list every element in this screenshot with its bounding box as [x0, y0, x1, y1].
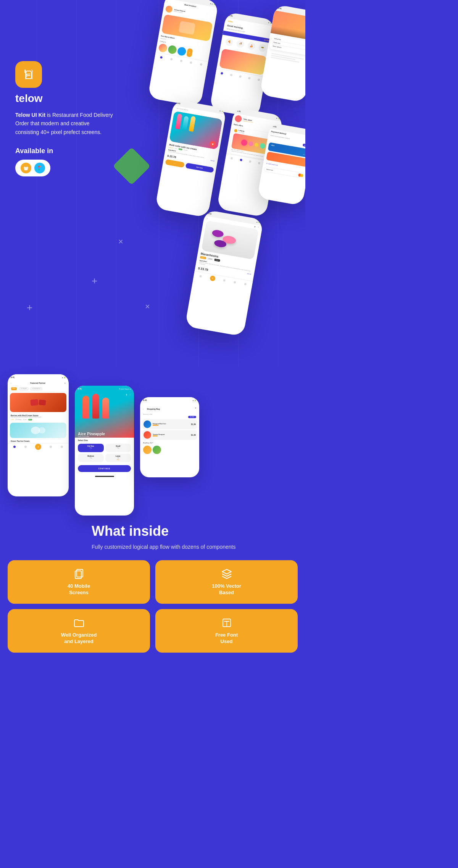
what-inside-section: 9:41▲ 🔋 ‹ Featured Partner ≡ FRUIT SOYBE… — [0, 367, 305, 683]
deco-plus-2: + — [27, 302, 32, 314]
tools-badge — [15, 160, 50, 176]
svg-rect-7 — [38, 166, 40, 167]
svg-rect-9 — [38, 167, 40, 169]
svg-point-4 — [26, 76, 27, 77]
brand-name: telow — [15, 92, 114, 105]
copy-icon — [73, 568, 85, 580]
svg-point-11 — [40, 167, 41, 169]
layers-icon — [221, 568, 233, 580]
screens-cluster: 9:41▲▲ 🔋 ‹Best Product⋯ Juliana Roberot … — [134, 0, 305, 367]
feature-card-font: Free FontUsed — [155, 609, 298, 653]
svg-point-3 — [26, 74, 27, 75]
organized-label: Well Organizedand Layered — [61, 632, 97, 645]
text-icon — [221, 617, 233, 629]
hero-section: telow Telow UI Kit is Restaurant Food De… — [0, 0, 305, 367]
figma-icon — [34, 163, 45, 173]
what-inside-layout: What inside Fully customized logical app… — [0, 516, 305, 560]
logo-icon — [15, 61, 42, 88]
phone-aice-pineapple: 9:41Product Vegan ▲ Aice Pineapple With … — [75, 386, 134, 516]
vector-based-label: 100% VectorBased — [212, 583, 241, 596]
feature-card-vector: 100% VectorBased — [155, 560, 298, 604]
font-label: Free FontUsed — [215, 632, 238, 645]
phone-featured-partner: 9:41▲ 🔋 ‹ Featured Partner ≡ FRUIT SOYBE… — [8, 374, 69, 496]
features-grid: 40 MobileScreens 100% VectorBased Well O… — [0, 560, 305, 660]
bottom-phones-area: 9:41▲ 🔋 ‹ Featured Partner ≡ FRUIT SOYBE… — [0, 367, 305, 516]
sketch-icon — [21, 163, 31, 173]
what-inside-text: What inside Fully customized logical app… — [92, 523, 298, 560]
folder-icon — [73, 617, 85, 629]
feature-card-mobile-screens: 40 MobileScreens — [8, 560, 150, 604]
deco-x-1: × — [118, 237, 123, 247]
phone-shopping-bag-container: 9:41▲ 🔋 ‹ Shopping Bag ≡ Items to order … — [140, 397, 199, 516]
phone-shopping-bag: 9:41▲ 🔋 ‹ Shopping Bag ≡ Items to order … — [140, 397, 199, 477]
mobile-screens-label: 40 MobileScreens — [68, 583, 90, 596]
svg-rect-8 — [40, 166, 41, 167]
svg-rect-10 — [38, 169, 40, 170]
what-inside-title: What inside — [92, 523, 298, 539]
deco-plus-1: + — [92, 275, 97, 287]
hero-left-content: telow Telow UI Kit is Restaurant Food De… — [15, 61, 114, 176]
feature-card-organized: Well Organizedand Layered — [8, 609, 150, 653]
available-label: Available in — [15, 147, 114, 155]
phone-screen-6: 9:41▲ 🔋 ‹ ⬆ ♡ Marachoons SMALL LARGE — [185, 210, 263, 336]
hero-description: Telow UI Kit is Restaurant Food Delivery… — [15, 111, 114, 136]
phone-screen-1: 9:41▲▲ 🔋 ‹Best Product⋯ Juliana Roberot … — [148, 0, 219, 107]
phone-screen-4: 9:41▲ 🔋 ‹ Ice Cream Marce⋯ ♥ Multi color… — [155, 99, 227, 218]
what-inside-subtitle: Fully customized logical app flow with d… — [92, 543, 298, 551]
